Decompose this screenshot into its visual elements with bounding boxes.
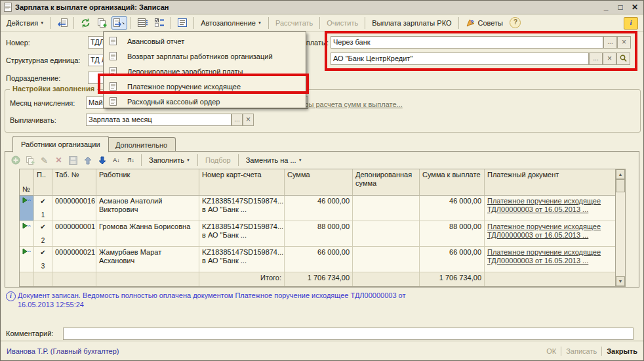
pay-out-label: Выплачивать:: [10, 116, 56, 124]
copy-document-button[interactable]: [94, 16, 110, 30]
header-deposited[interactable]: Депонированная сумма: [353, 169, 420, 196]
row-number: 1: [34, 211, 52, 219]
document-icon: [110, 97, 117, 106]
row-indicator-cell[interactable]: [20, 221, 34, 247]
pay-flag-cell[interactable]: ✔ 2: [34, 221, 52, 247]
create-based-on-button[interactable]: [111, 16, 127, 30]
write-document-button[interactable]: [54, 16, 70, 30]
list-settings-icon: [138, 18, 148, 27]
deposited-cell[interactable]: [353, 221, 420, 247]
scroll-up-icon[interactable]: ▲: [616, 169, 625, 179]
scroll-down-icon[interactable]: ▼: [616, 276, 625, 286]
deposited-cell[interactable]: [353, 196, 420, 221]
info-button[interactable]: i: [624, 17, 638, 30]
maximize-icon[interactable]: □: [615, 3, 626, 12]
row-indicator-cell[interactable]: [20, 247, 34, 272]
payment-doc-link[interactable]: Платежное поручение исходящее: [487, 197, 613, 205]
payment-doc-link[interactable]: ТДЛ00000003 от 16.05.2013 ...: [487, 205, 613, 214]
help-button[interactable]: ?: [508, 16, 523, 30]
pay-flag-cell[interactable]: ✔ 3: [34, 247, 52, 272]
tab-number-cell[interactable]: 0000000016: [52, 196, 96, 221]
sort-za-icon: Я↓: [127, 157, 134, 163]
list-settings-button[interactable]: [134, 16, 150, 30]
sum-cell[interactable]: 88 000,00: [285, 221, 353, 247]
comment-input[interactable]: [63, 328, 634, 340]
tab-employees-label: Работники организации: [21, 140, 100, 148]
footer-separator: [601, 347, 602, 356]
replace-button[interactable]: Заменить на ... ▼: [243, 154, 306, 167]
tips-button[interactable]: ? Советы: [462, 16, 506, 30]
pay-flag-cell[interactable]: ✔ 1: [34, 196, 52, 221]
pay-out-select-icon[interactable]: ...: [231, 114, 243, 126]
sum-cell[interactable]: 66 000,00: [285, 247, 353, 272]
payment-doc-cell: Платежное поручение исходящее ТДЛ0000000…: [485, 196, 616, 221]
menu-item-label: Расходный кассовый ордер: [127, 98, 220, 106]
employee-cell[interactable]: Громова Жанна Борисовна: [96, 221, 199, 247]
tab-additional-label: Дополнительно: [115, 141, 167, 149]
responsible-person: Иванова Т.Р. (Главный бухгалтер): [7, 347, 119, 355]
arrow-down-icon: [98, 156, 106, 165]
department-label: Подразделение:: [6, 74, 60, 82]
minimize-icon[interactable]: _: [601, 3, 611, 12]
payout-cell[interactable]: 66 000,00: [420, 247, 485, 272]
footer-buttons: ОК Записать Закрыть: [546, 347, 637, 356]
total-empty-cell: [52, 272, 96, 286]
title-bar: Зарплата к выплате организаций: Записан …: [1, 1, 643, 14]
pay-out-field[interactable]: Зарплата за месяц: [86, 114, 231, 126]
footer-bar: Иванова Т.Р. (Главный бухгалтер) ОК Запи…: [1, 341, 643, 360]
header-account[interactable]: Номер карт-счета: [199, 169, 285, 196]
edit-row-button: ✎: [38, 154, 50, 166]
tab-additional[interactable]: Дополнительно: [107, 137, 176, 152]
tab-employees[interactable]: Работники организации: [12, 136, 109, 152]
account-cell[interactable]: KZ18385147SD159874... в АО "Банк ...: [199, 196, 285, 221]
row-indicator-cell[interactable]: [20, 196, 34, 221]
pay-out-clear-icon[interactable]: ×: [243, 114, 254, 126]
fill-button[interactable]: Заполнить ▼: [146, 154, 193, 167]
account-line2: в АО "Банк ...: [202, 257, 281, 265]
move-down-button[interactable]: [96, 154, 108, 166]
menu-item-cash-expense-order[interactable]: Расходный кассовый ордер: [104, 94, 306, 109]
delete-icon: ✕: [55, 156, 62, 165]
deposited-cell[interactable]: [353, 247, 420, 272]
sort-desc-button[interactable]: Я↓: [125, 154, 137, 166]
diskette-icon: [69, 156, 77, 165]
payment-doc-link[interactable]: Платежное поручение исходящее: [487, 248, 613, 257]
header-payment-doc[interactable]: Платежный документ: [485, 169, 616, 196]
sum-cell[interactable]: 46 000,00: [285, 196, 353, 221]
menu-item-label: Возврат зарплаты работников организаций: [127, 53, 273, 60]
table-scrollbar[interactable]: ▲ ▼: [615, 169, 626, 287]
refresh-button[interactable]: [77, 16, 93, 30]
payout-cell[interactable]: 88 000,00: [420, 221, 485, 247]
show-description-button[interactable]: [174, 16, 190, 30]
menu-item-advance-report[interactable]: Авансовый отчет: [104, 33, 306, 49]
payment-doc-link[interactable]: Платежное поручение исходящее: [487, 223, 613, 231]
autofill-button[interactable]: Автозаполнение ▼: [197, 16, 265, 30]
payout-cell[interactable]: 46 000,00: [420, 196, 485, 221]
close-button[interactable]: Закрыть: [607, 347, 637, 355]
header-employee[interactable]: Работник: [96, 169, 199, 196]
header-sum[interactable]: Сумма: [285, 169, 353, 196]
account-cell[interactable]: KZ18385147SD159874... в АО "Банк ...: [199, 247, 285, 272]
check-icon: ✔: [40, 249, 45, 256]
header-tab-number[interactable]: Таб. №: [52, 169, 96, 196]
account-cell[interactable]: KZ18385147SD159874... в АО "Банк ...: [199, 221, 285, 247]
document-arrow-left-icon: [57, 18, 68, 28]
menu-item-salary-return[interactable]: Возврат зарплаты работников организаций: [104, 49, 306, 64]
rko-payment-button[interactable]: Выплата зарплаты РКО: [369, 16, 454, 30]
payment-doc-link[interactable]: ТДЛ00000003 от 16.05.2013 ...: [487, 231, 613, 240]
payment-doc-link[interactable]: ТДЛ00000003 от 16.05.2013 ...: [487, 257, 613, 265]
header-pay-flag[interactable]: П..: [34, 169, 52, 196]
employees-table: № П.. Таб. № Работник Номер карт-счета С…: [19, 169, 616, 287]
checkbox-settings-button[interactable]: [151, 16, 167, 30]
employee-cell[interactable]: Жамурбаев Марат Асханович: [96, 247, 199, 272]
tab-number-cell[interactable]: 0000000021: [52, 247, 96, 272]
header-payout[interactable]: Сумма к выплате: [420, 169, 485, 196]
actions-button[interactable]: Действия ▼: [3, 16, 47, 30]
total-empty-cell: [20, 272, 34, 286]
scroll-thumb[interactable]: [616, 179, 625, 192]
checkbox-list-icon: [155, 18, 165, 27]
sort-asc-button[interactable]: А↓: [110, 154, 123, 166]
close-icon[interactable]: ✕: [630, 3, 640, 12]
employee-cell[interactable]: Асманов Анатолий Викторович: [96, 196, 199, 221]
tab-number-cell[interactable]: 0000000001: [52, 221, 96, 247]
